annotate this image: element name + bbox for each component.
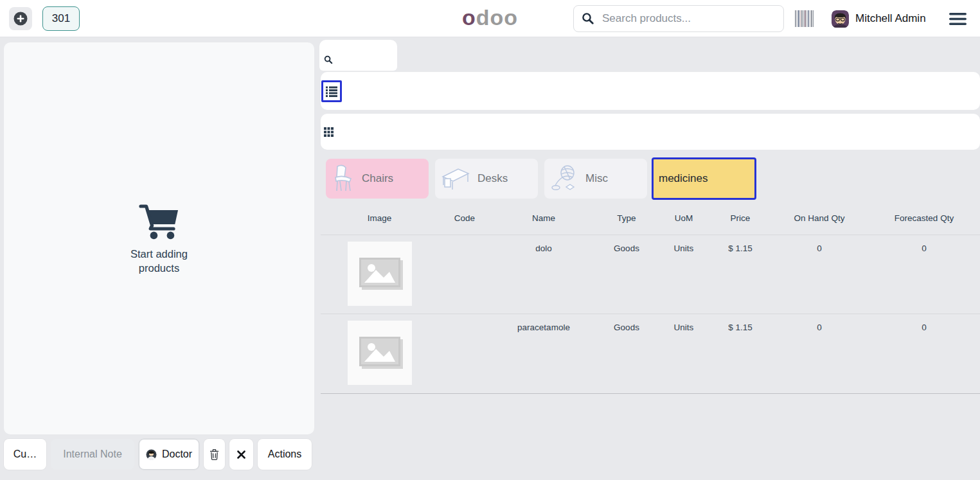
order-panel: Start adding products [4, 42, 314, 434]
actions-button[interactable]: Actions [258, 439, 312, 470]
category-label: Misc [585, 172, 608, 185]
hamburger-icon [949, 13, 967, 25]
list-view-highlight-box[interactable] [321, 80, 342, 102]
category-desks[interactable]: Desks [435, 159, 538, 199]
column-header-uom[interactable]: UoM [657, 209, 711, 228]
chair-image-icon [332, 164, 354, 193]
odoo-logo: odoo [462, 5, 518, 30]
category-chairs[interactable]: Chairs [326, 159, 429, 199]
product-image-cell [321, 314, 438, 393]
empty-cart-message: Start adding products [118, 247, 201, 275]
cell-name: dolo [491, 235, 596, 314]
category-medicines[interactable]: medicines [652, 157, 756, 200]
trash-icon [209, 449, 219, 460]
doctor-avatar-icon [146, 449, 157, 460]
barcode-icon[interactable] [795, 10, 814, 27]
misc-image-icon [551, 164, 578, 193]
product-image [348, 321, 412, 385]
doctor-label: Doctor [162, 449, 192, 460]
search-products-input[interactable] [602, 12, 776, 25]
pos-app: 301 odoo [0, 0, 980, 480]
grid-view-icon [324, 127, 334, 137]
cell-type: Goods [596, 235, 657, 314]
column-header-name[interactable]: Name [491, 209, 596, 228]
internal-note-button[interactable]: Internal Note [51, 439, 134, 470]
category-label: Chairs [362, 172, 393, 185]
grid-view-row[interactable] [321, 114, 980, 150]
list-view-row[interactable] [321, 72, 980, 110]
image-placeholder-icon [359, 337, 400, 366]
search-icon [582, 12, 594, 25]
close-button[interactable] [229, 439, 253, 470]
column-header-image[interactable]: Image [321, 209, 438, 228]
category-label: medicines [659, 172, 708, 185]
menu-button[interactable] [945, 8, 970, 30]
cell-name: paracetamole [491, 314, 596, 393]
user-avatar [832, 10, 849, 28]
product-image [348, 242, 412, 306]
column-header-type[interactable]: Type [596, 209, 657, 228]
column-header-price[interactable]: Price [711, 209, 770, 228]
cell-uom: Units [657, 314, 711, 393]
column-header-code[interactable]: Code [438, 209, 491, 228]
cell-forecasted-qty: 0 [869, 314, 979, 393]
top-bar: 301 odoo [0, 0, 980, 37]
products-table-header: Image Code Name Type UoM Price On Hand Q… [321, 209, 979, 228]
cell-price: $ 1.15 [711, 314, 770, 393]
shopping-cart-icon [138, 204, 181, 240]
image-placeholder-icon [359, 258, 400, 287]
user-menu[interactable]: Mitchell Admin [832, 9, 926, 28]
bottom-bar: Cu… Internal Note Doctor [4, 439, 312, 470]
plus-circle-icon [13, 11, 28, 26]
cell-forecasted-qty: 0 [869, 235, 979, 314]
list-view-icon [326, 86, 337, 97]
table-row-dolo[interactable]: dolo Goods Units $ 1.15 0 0 [321, 235, 980, 314]
order-tab-button[interactable]: 301 [42, 6, 80, 31]
product-search-bar[interactable] [573, 5, 784, 32]
column-header-on-hand-qty[interactable]: On Hand Qty [770, 209, 869, 228]
table-row-paracetamole[interactable]: paracetamole Goods Units $ 1.15 0 0 [321, 314, 980, 394]
cell-code [438, 314, 491, 393]
category-misc[interactable]: Misc [544, 159, 647, 199]
customer-button[interactable]: Cu… [4, 439, 46, 470]
doctor-button[interactable]: Doctor [139, 439, 199, 470]
category-label: Desks [477, 172, 508, 185]
column-header-forecasted-qty[interactable]: Forecasted Qty [869, 209, 979, 228]
delete-order-button[interactable] [204, 439, 225, 470]
cell-code [438, 235, 491, 314]
close-icon [237, 450, 245, 459]
new-order-button[interactable] [9, 7, 32, 30]
products-search-tab[interactable] [319, 40, 397, 71]
cell-price: $ 1.15 [711, 235, 770, 314]
user-name: Mitchell Admin [855, 12, 926, 25]
desk-image-icon [441, 166, 470, 191]
cell-type: Goods [596, 314, 657, 393]
cell-on-hand-qty: 0 [770, 235, 869, 314]
products-search-icon [324, 55, 333, 64]
cell-uom: Units [657, 235, 711, 314]
product-image-cell [321, 235, 438, 314]
cell-on-hand-qty: 0 [770, 314, 869, 393]
empty-cart: Start adding products [4, 204, 314, 275]
